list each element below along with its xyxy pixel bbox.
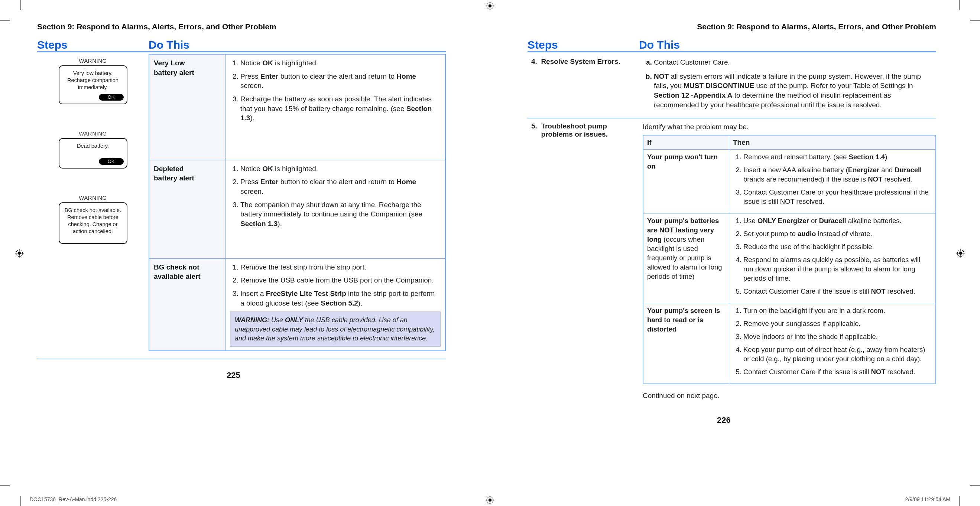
then-header: Then [729,135,936,150]
if-then-table: If Then Your pump won't turn onRemove an… [643,135,936,384]
then-item: Insert a new AAA alkaline battery (Energ… [743,166,932,184]
page-225: Section 9: Respond to Alarms, Alerts, Er… [37,22,446,380]
then-cell: Use ONLY Energizer or Duracell alkaline … [729,214,936,303]
device-message: Very low battery. Recharge companion imm… [62,70,124,91]
do-this-header: Do This [149,39,446,51]
if-cell: Your pump won't turn on [643,150,729,214]
lettered-item: NOT all system errors will indicate a fa… [654,71,936,110]
instruction-item: Recharge the battery as soon as possible… [240,94,441,123]
print-spread: Section 9: Respond to Alarms, Alerts, Er… [0,0,980,506]
instruction-item: Remove the test strip from the strip por… [240,262,441,272]
timestamp-footer: 2/9/09 11:29:54 AM [905,496,950,502]
if-then-row: Your pump won't turn onRemove and reinse… [643,150,936,214]
alert-label: Depletedbattery alert [149,160,226,259]
then-item: Turn on the backlight if you are in a da… [743,306,932,316]
step-label: 4. Resolve System Errors. [528,56,643,116]
then-cell: Turn on the backlight if you are in a da… [729,303,936,384]
registration-mark-icon [485,2,495,10]
device-screenshot: WARNINGBG check not available. Remove ca… [59,195,127,244]
device-title: WARNING [59,195,127,201]
running-head: Section 9: Respond to Alarms, Alerts, Er… [37,22,446,31]
crop-mark [959,0,959,10]
crop-mark [0,21,10,21]
steps-header: Steps [528,39,639,51]
then-item: Use ONLY Energizer or Duracell alkaline … [743,216,932,226]
then-item: Respond to alarms as quickly as possible… [743,255,932,283]
step-4-row: 4. Resolve System Errors.Contact Custome… [528,54,936,119]
lettered-item: Contact Customer Care. [654,57,936,67]
column-header-row: Steps Do This [528,39,936,52]
crop-mark [21,0,21,10]
crop-mark [959,496,959,506]
troubleshoot-intro: Identify what the problem may be. [643,122,936,132]
registration-mark-icon [485,496,495,504]
if-cell: Your pump's batteries are NOT lasting ve… [643,214,729,303]
device-screenshots-column: WARNINGVery low battery. Recharge compan… [37,54,149,351]
instruction-item: Press Enter button to clear the alert an… [240,71,441,90]
alerts-table: Very Lowbattery alertNotice OK is highli… [149,54,446,351]
then-item: Move indoors or into the shade if applic… [743,332,932,341]
if-header: If [643,135,729,150]
device-message: BG check not available. Remove cable bef… [62,207,124,235]
device-screen: Dead battery.OK [59,138,127,168]
then-item: Contact Customer Care or your healthcare… [743,188,932,206]
page-226: Section 9: Respond to Alarms, Alerts, Er… [528,22,936,425]
device-ok-button: OK [99,94,124,101]
table-row: Very Lowbattery alertNotice OK is highli… [149,54,445,160]
then-item: Contact Customer Care if the issue is st… [743,287,932,296]
if-cell: Your pump's screen is hard to read or is… [643,303,729,384]
instruction-item: Notice OK is highlighted. [240,58,441,68]
if-then-row: Your pump's batteries are NOT lasting ve… [643,214,936,303]
device-title: WARNING [59,57,127,64]
alert-instructions: Notice OK is highlighted.Press Enter but… [226,54,446,160]
step-title-line: Troubleshoot pump [541,122,607,130]
do-this-header: Do This [639,39,936,51]
step-title-line: problems or issues. [541,130,608,138]
step-5-label: 5. Troubleshoot pump problems or issues. [528,121,643,402]
step-body: Contact Customer Care.NOT all system err… [643,56,936,116]
then-cell: Remove and reinsert battery. (see Sectio… [729,150,936,214]
device-screenshot: WARNINGVery low battery. Recharge compan… [59,57,127,104]
instruction-item: Notice OK is highlighted. [240,164,441,174]
device-screen: Very low battery. Recharge companion imm… [59,65,127,104]
registration-mark-icon [15,249,24,258]
instruction-item: Insert a FreeStyle Lite Test Strip into … [240,289,441,308]
crop-mark [21,496,21,506]
device-message: Dead battery. [62,143,124,150]
device-title: WARNING [59,130,127,136]
running-head: Section 9: Respond to Alarms, Alerts, Er… [528,22,936,31]
crop-mark [0,485,10,485]
device-ok-button: OK [99,158,124,165]
device-screen: BG check not available. Remove cable bef… [59,202,127,244]
footer-rule [37,358,446,359]
alert-label: Very Lowbattery alert [149,54,226,160]
then-item: Remove and reinsert battery. (see Sectio… [743,152,932,162]
then-item: Contact Customer Care if the issue is st… [743,368,932,377]
table-row: Depletedbattery alertNotice OK is highli… [149,160,445,259]
continued-text: Continued on next page. [643,391,936,401]
then-item: Keep your pump out of direct heat (e.g.,… [743,345,932,364]
if-then-row: Your pump's screen is hard to read or is… [643,303,936,384]
table-row: BG check notavailable alertRemove the te… [149,259,445,351]
instruction-item: Remove the USB cable from the USB port o… [240,276,441,285]
step-5-row: 5. Troubleshoot pump problems or issues.… [528,119,936,404]
column-header-row: Steps Do This [37,39,446,52]
imprint-footer: DOC15736_Rev-A-Man.indd 225-226 [30,496,117,502]
alert-instructions: Remove the test strip from the strip por… [226,259,446,351]
warning-box: WARNING: Use ONLY the USB cable provided… [230,311,441,347]
alert-instructions: Notice OK is highlighted.Press Enter but… [226,160,446,259]
instruction-item: The companion may shut down at any time.… [240,200,441,229]
device-screenshot: WARNINGDead battery.OK [59,130,127,168]
crop-mark [970,21,980,21]
then-item: Remove your sunglasses if applicable. [743,319,932,328]
then-item: Reduce the use of the backlight if possi… [743,243,932,252]
step-number: 5. [531,122,537,130]
then-item: Set your pump to audio instead of vibrat… [743,229,932,239]
crop-mark [970,485,980,485]
alert-label: BG check notavailable alert [149,259,226,351]
page-number: 225 [227,371,446,380]
steps-header: Steps [37,39,149,51]
page-number: 226 [717,416,936,425]
registration-mark-icon [956,249,965,258]
instruction-item: Press Enter button to clear the alert an… [240,177,441,196]
